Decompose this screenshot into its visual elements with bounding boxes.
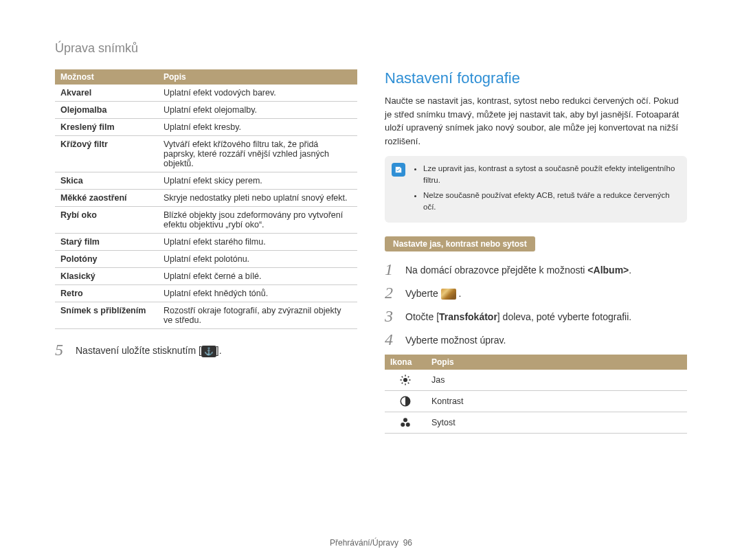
option-desc: Rozostří okraje fotografií, aby zvýrazni… [158,302,357,329]
table-row: Křížový filtrVytváří efekt křížového fil… [55,136,357,172]
right-column: Nastavení fotografie Naučte se nastavit … [385,69,687,434]
option-name: Akvarel [55,85,158,102]
option-name: Měkké zaostření [55,190,158,207]
svg-line-7 [402,383,403,384]
option-name: Polotóny [55,251,158,268]
table-row: Měkké zaostřeníSkryje nedostatky pleti n… [55,190,357,207]
option-name: Snímek s přiblížením [55,302,158,329]
table-row: Starý filmUplatní efekt starého filmu. [55,234,357,251]
step-number: 4 [385,331,398,348]
page-title: Úprava snímků [55,41,687,56]
option-name: Skica [55,172,158,190]
option-name: Olejomalba [55,102,158,119]
step: 1Na domácí obrazovce přejděte k možnosti… [385,261,687,278]
anchor-key-icon: ⚓ [201,346,216,357]
option-name: Kreslený film [55,119,158,136]
step-number: 5 [55,341,69,358]
brightness-icon [385,370,426,391]
option-desc: Uplatní efekt vodových barev. [158,85,357,102]
option-desc: Vytváří efekt křížového filtru tak, že p… [158,136,357,172]
table-row: AkvarelUplatní efekt vodových barev. [55,85,357,102]
contrast-icon [385,391,426,412]
step-number: 2 [385,284,398,301]
table-row: Kontrast [385,391,687,412]
step-number: 3 [385,308,398,324]
option-desc: Uplatní efekt olejomalby. [158,102,357,119]
svg-line-5 [402,377,403,378]
subheading-pill: Nastavte jas, kontrast nebo sytost [385,236,535,251]
svg-point-12 [406,423,410,427]
table-row: SkicaUplatní efekt skicy perem. [55,172,357,190]
step-text: Nastavení uložíte stisknutím [⚓]. [76,341,222,358]
step-text: Vyberte možnost úprav. [405,331,506,348]
section-heading: Nastavení fotografie [385,69,687,87]
icon-desc: Kontrast [426,391,687,412]
option-desc: Uplatní efekt starého filmu. [158,234,357,251]
svg-line-6 [408,383,409,384]
table-row: Jas [385,370,687,391]
option-desc: Uplatní efekt polotónu. [158,251,357,268]
option-name: Starý film [55,234,158,251]
step: 2Vyberte . [385,284,687,301]
note-box: Lze upravit jas, kontrast a sytost a sou… [385,156,687,223]
svg-point-0 [403,378,407,382]
left-column: Možnost Popis AkvarelUplatní efekt vodov… [55,69,357,434]
option-desc: Blízké objekty jsou zdeformovány pro vyt… [158,207,357,234]
saturation-icon [385,412,426,434]
svg-point-11 [401,423,405,427]
table-row: Sytost [385,412,687,434]
table-row: PolotónyUplatní efekt polotónu. [55,251,357,268]
step-text: Otočte [Transfokátor] doleva, poté vyber… [405,308,631,324]
svg-line-8 [408,377,409,378]
option-desc: Uplatní efekt černé a bílé. [158,268,357,285]
icons-table: Ikona Popis JasKontrastSytost [385,355,687,434]
step-number: 1 [385,261,398,278]
note-item: Nelze současně používat efekty ACB, retu… [423,190,679,214]
option-name: Retro [55,285,158,302]
table-row: OlejomalbaUplatní efekt olejomalby. [55,102,357,119]
table-row: Kreslený filmUplatní efekt kresby. [55,119,357,136]
icon-desc: Sytost [426,412,687,434]
step: 3Otočte [Transfokátor] doleva, poté vybe… [385,308,687,324]
option-desc: Uplatní efekt kresby. [158,119,357,136]
table-row: Snímek s přiblíženímRozostří okraje foto… [55,302,357,329]
note-icon [392,163,405,177]
note-item: Lze upravit jas, kontrast a sytost a sou… [423,163,679,187]
step-text: Na domácí obrazovce přejděte k možnosti … [405,261,631,278]
icon-desc: Jas [426,370,687,391]
option-desc: Uplatní efekt hnědých tónů. [158,285,357,302]
col-head-icon: Ikona [385,355,426,370]
section-description: Naučte se nastavit jas, kontrast, sytost… [385,94,687,148]
table-row: RetroUplatní efekt hnědých tónů. [55,285,357,302]
table-row: KlasickýUplatní efekt černé a bílé. [55,268,357,285]
option-desc: Uplatní efekt skicy perem. [158,172,357,190]
page-footer: Přehrávání/Úpravy 96 [0,538,742,548]
table-row: Rybí okoBlízké objekty jsou zdeformovány… [55,207,357,234]
option-desc: Skryje nedostatky pleti nebo uplatní sno… [158,190,357,207]
col-head-option: Možnost [55,69,158,85]
option-name: Klasický [55,268,158,285]
col-head-desc: Popis [158,69,357,85]
option-name: Křížový filtr [55,136,158,172]
step-text: Vyberte . [405,284,461,301]
step-5: 5 Nastavení uložíte stisknutím [⚓]. [55,341,357,358]
options-table: Možnost Popis AkvarelUplatní efekt vodov… [55,69,357,329]
edit-icon [441,289,456,300]
step: 4Vyberte možnost úprav. [385,331,687,348]
svg-point-10 [403,418,407,422]
col-head-desc2: Popis [426,355,687,370]
option-name: Rybí oko [55,207,158,234]
